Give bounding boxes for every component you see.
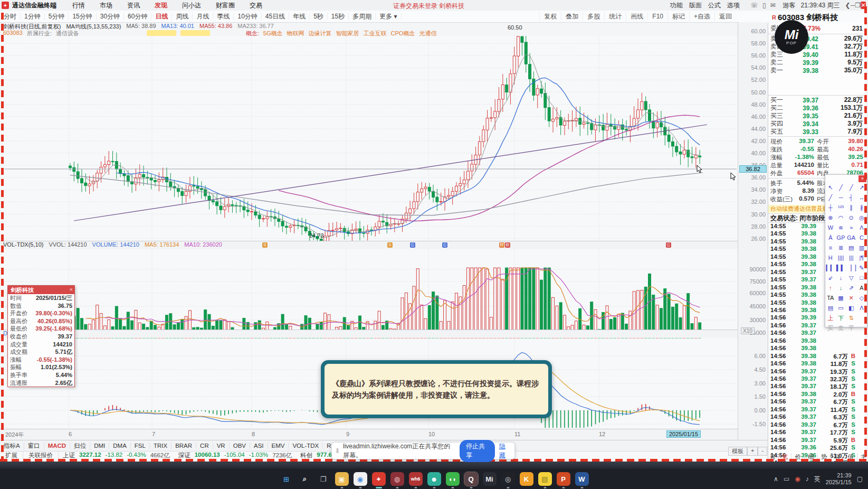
chrome-icon[interactable]: ◉ <box>354 472 367 486</box>
powerpoint-icon[interactable]: P <box>557 472 570 486</box>
close-icon[interactable]: × <box>70 286 73 293</box>
sound-icon[interactable]: ♪ <box>806 475 809 483</box>
drawing-tool-icon[interactable]: ⊙ <box>846 213 856 223</box>
ask-row[interactable]: 卖一39.3835.0万 <box>768 67 865 74</box>
menu-行情[interactable]: 行情 <box>65 2 92 9</box>
vol-indicator-name[interactable]: VOL-TDX(5,10) <box>3 241 43 249</box>
template-button[interactable]: 模板 <box>728 447 747 456</box>
drawing-tool-icon[interactable]: ▭ <box>836 303 846 313</box>
tab-OBV[interactable]: OBV <box>230 443 250 449</box>
ask-row[interactable]: 卖二39.399.5万 <box>768 59 865 67</box>
drawing-tool-icon[interactable]: ↖ <box>825 183 836 193</box>
drawing-tool-icon[interactable]: ╱ <box>836 183 846 193</box>
event-flag-icon[interactable]: 公 <box>410 242 415 248</box>
input-language[interactable]: 英 <box>814 475 821 484</box>
event-flag-icon[interactable]: S <box>262 242 268 248</box>
kc-icon[interactable]: K <box>520 472 533 486</box>
wechat-icon[interactable]: ◖◗ <box>446 472 460 486</box>
period-年线[interactable]: 年线 <box>289 13 310 20</box>
mi-icon[interactable]: Mi <box>483 472 497 486</box>
menu-财富圈[interactable]: 财富圈 <box>208 2 242 9</box>
tool-复权[interactable]: 复权 <box>539 12 561 21</box>
drawing-tool-icon[interactable]: W <box>825 223 836 233</box>
drawing-tool-icon[interactable]: ≋ <box>836 223 846 233</box>
menu-问小达[interactable]: 问小达 <box>175 2 208 9</box>
drawing-tool-icon[interactable]: ▤ <box>846 243 856 253</box>
period-月线[interactable]: 月线 <box>193 13 213 20</box>
event-flag-icon[interactable]: 公 <box>442 242 447 248</box>
drawing-tool-icon[interactable]: ↑ <box>825 283 836 293</box>
mic-icon[interactable]: ◉ <box>795 475 800 483</box>
tab-VR[interactable]: VR <box>213 443 230 449</box>
tab-ASI[interactable]: ASI <box>250 443 268 449</box>
search-icon[interactable]: ⌕ <box>298 472 312 486</box>
tab-MACD[interactable]: MACD <box>44 443 71 449</box>
drawing-tool-icon[interactable]: 上 <box>825 313 836 323</box>
tool-F10[interactable]: F10 <box>647 13 667 20</box>
drawing-tool-icon[interactable]: ▽ <box>846 273 856 283</box>
drawing-tool-icon[interactable]: ▎▎ <box>825 263 836 273</box>
bid-row[interactable]: 买一39.3722.8万 <box>768 96 865 104</box>
period-5分钟[interactable]: 5分钟 <box>45 13 69 20</box>
tab-归位[interactable]: 归位 <box>70 442 90 450</box>
hide-share-link[interactable]: 隐藏 <box>499 442 510 460</box>
indicator-name[interactable]: MA均线(5,13,55,233) <box>66 23 121 30</box>
tab-DMA[interactable]: DMA <box>109 443 131 449</box>
drawing-tool-icon[interactable]: GP <box>836 233 846 243</box>
period-15秒[interactable]: 15秒 <box>328 13 349 20</box>
drawing-tool-icon[interactable]: ≈ <box>846 223 856 233</box>
menu-版面[interactable]: 版面 <box>686 2 705 9</box>
tab-CR[interactable]: CR <box>196 443 213 449</box>
tab-TRIX[interactable]: TRIX <box>150 443 171 449</box>
period-周线[interactable]: 周线 <box>172 13 193 20</box>
menu-选项[interactable]: 选项 <box>724 2 743 9</box>
period-60分钟[interactable]: 60分钟 <box>124 13 151 20</box>
drawing-tool-icon[interactable]: ◧ <box>846 303 856 313</box>
tool-返回[interactable]: 返回 <box>714 12 736 21</box>
tool-叠加[interactable]: 叠加 <box>561 12 583 21</box>
period-季线[interactable]: 季线 <box>213 13 234 20</box>
drawing-tool-icon[interactable]: 下 <box>836 313 846 323</box>
drawing-tool-icon[interactable]: ▍▍ <box>836 263 846 273</box>
tool-统计[interactable]: 统计 <box>604 12 626 21</box>
event-flag-icon[interactable]: S <box>387 242 393 248</box>
tab-VOL-TDX[interactable]: VOL-TDX <box>289 443 323 449</box>
tool-画线[interactable]: 画线 <box>626 12 647 21</box>
notification-icon[interactable]: ▢ <box>857 475 863 483</box>
drawing-tool-icon[interactable]: 卖 <box>836 323 846 333</box>
screen-icon[interactable]: ▭ <box>784 475 789 483</box>
drawing-tool-icon[interactable]: ▦ <box>836 293 846 303</box>
maximize-icon[interactable]: ❐ <box>855 2 861 9</box>
drawing-tool-icon[interactable]: ≡ <box>825 243 836 253</box>
period-15分钟[interactable]: 15分钟 <box>69 13 96 20</box>
drawing-tool-icon[interactable]: ◠ <box>836 213 846 223</box>
bid-row[interactable]: 买二39.36153.1万 <box>768 104 865 112</box>
task-view-icon[interactable]: ❐ <box>317 472 330 486</box>
menu-资讯[interactable]: 资讯 <box>120 2 147 9</box>
menu-交易[interactable]: 交易 <box>242 2 270 9</box>
headset-icon[interactable]: ☏ <box>748 2 760 9</box>
period-更多 ▾[interactable]: 更多 ▾ <box>376 13 401 20</box>
sticky-notes-icon[interactable]: ▤ <box>538 472 552 486</box>
stop-share-button[interactable]: 停止共享 <box>460 440 495 462</box>
drawing-tool-icon[interactable]: ⇗ <box>846 283 856 293</box>
drawing-tool-icon[interactable]: GA <box>846 233 856 243</box>
event-flag-icon[interactable]: 财 <box>499 242 504 248</box>
period-1分钟[interactable]: 1分钟 <box>21 13 45 20</box>
period-45日线[interactable]: 45日线 <box>262 13 289 20</box>
tool-标记[interactable]: 标记 <box>667 12 689 21</box>
drawing-tool-icon[interactable]: H <box>825 253 836 263</box>
drawing-tool-icon[interactable]: TA <box>825 293 836 303</box>
drawing-tool-icon[interactable]: ↓ <box>836 283 846 293</box>
start-icon[interactable]: ⊞ <box>280 472 293 486</box>
event-flag-icon[interactable]: 权 <box>505 242 510 248</box>
drawing-tool-icon[interactable]: ∥ <box>846 203 856 213</box>
drawing-tool-icon[interactable]: ¹²³ <box>836 203 846 213</box>
drawing-tool-icon[interactable]: ≣ <box>836 243 846 253</box>
drawing-tool-icon[interactable]: ⇙ <box>825 273 836 283</box>
tray-expand-icon[interactable]: ∧ <box>774 475 778 483</box>
drawing-tool-icon[interactable]: ─ <box>836 193 846 203</box>
tab-窗口[interactable]: 窗口 <box>24 442 44 450</box>
ask-row[interactable]: 卖三39.4011.8万 <box>768 51 865 59</box>
tab-DMI[interactable]: DMI <box>90 443 109 449</box>
